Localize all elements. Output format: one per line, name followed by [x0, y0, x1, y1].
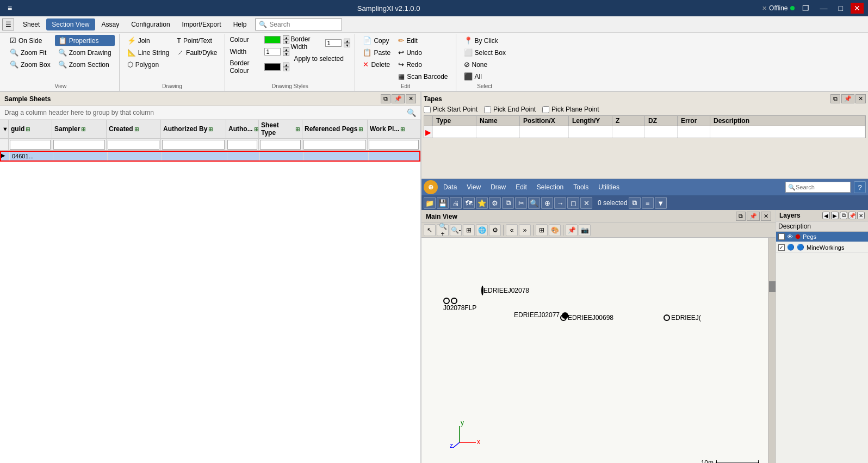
- expand-icon[interactable]: ▶: [1, 152, 5, 158]
- plan-search-box[interactable]: 🔍: [785, 182, 851, 193]
- mv-settings-button[interactable]: ⚙: [489, 224, 501, 236]
- menu-configuration[interactable]: Configuration: [126, 18, 175, 30]
- border-colour-up[interactable]: ▲: [283, 63, 289, 67]
- layers-pin-button[interactable]: 📌: [848, 212, 856, 219]
- pick-start-point-label[interactable]: Pick Start Point: [424, 106, 478, 113]
- all-button[interactable]: ⬛ All: [461, 71, 509, 82]
- pick-end-point-label[interactable]: Pick End Point: [484, 106, 536, 113]
- mv-prev-button[interactable]: «: [506, 224, 518, 236]
- by-click-button[interactable]: 📍 By Click: [461, 35, 509, 46]
- filter-sampler-input[interactable]: [53, 140, 105, 150]
- menu-section-view[interactable]: Section View: [46, 18, 95, 30]
- filter-work-pl[interactable]: [368, 139, 420, 150]
- col-header-autho[interactable]: Autho... ⊞: [226, 120, 259, 138]
- width-down[interactable]: ▼: [283, 52, 289, 56]
- layer-row-mineworkings[interactable]: 🔵 🔵 MineWorkings: [776, 242, 868, 253]
- plan-menu-data[interactable]: Data: [439, 182, 461, 192]
- pick-start-point-checkbox[interactable]: [424, 106, 431, 113]
- scrollbar-right[interactable]: [768, 238, 776, 463]
- menu-sheet[interactable]: Sheet: [17, 18, 45, 30]
- zoom-section-button[interactable]: 🔍 Zoom Section: [55, 59, 115, 70]
- border-width-down[interactable]: ▼: [344, 43, 350, 47]
- col-header-referenced-pegs[interactable]: Referenced Pegs ⊞: [302, 120, 368, 138]
- tapes-close-button[interactable]: ✕: [855, 94, 866, 103]
- plan-settings-button[interactable]: ⚙: [489, 197, 501, 209]
- line-string-button[interactable]: 📐 Line String: [124, 47, 172, 58]
- plan-print-button[interactable]: 🖨: [450, 197, 462, 209]
- plan-help-button[interactable]: ?: [854, 181, 866, 193]
- mv-globe-button[interactable]: 🌐: [476, 224, 488, 236]
- panel-float-button[interactable]: ⧉: [381, 94, 390, 103]
- plan-menu-edit[interactable]: Edit: [511, 182, 531, 192]
- edit-button[interactable]: ✏ Edit: [395, 35, 451, 46]
- plan-copy-button[interactable]: ⧉: [629, 197, 641, 209]
- layer-pegs-checkbox[interactable]: [778, 233, 785, 240]
- mv-next-button[interactable]: »: [519, 224, 531, 236]
- menu-search-input[interactable]: [269, 21, 338, 28]
- plan-dropdown-button[interactable]: ▼: [655, 197, 667, 209]
- plan-pointer-button[interactable]: 🔍: [528, 197, 540, 209]
- scan-barcode-button[interactable]: ▦ Scan Barcode: [395, 71, 451, 82]
- tapes-data-row[interactable]: ▶: [424, 126, 866, 138]
- restore-button[interactable]: ❐: [799, 3, 813, 14]
- menu-import-export[interactable]: Import/Export: [177, 18, 227, 30]
- plan-cursor-button[interactable]: ✂: [515, 197, 527, 209]
- pick-plane-point-checkbox[interactable]: [542, 106, 549, 113]
- filter-sheet-type[interactable]: [259, 139, 302, 150]
- colour-down[interactable]: ▼: [283, 40, 289, 44]
- filter-work-pl-input[interactable]: [369, 140, 419, 150]
- panel-pin-button[interactable]: 📌: [392, 94, 405, 103]
- plan-select-button[interactable]: ◻: [567, 197, 579, 209]
- filter-sampler[interactable]: [52, 139, 107, 150]
- filter-guid[interactable]: [9, 139, 52, 150]
- plan-map-button[interactable]: 🗺: [463, 197, 475, 209]
- close-button[interactable]: ✕: [851, 3, 864, 14]
- col-header-sheet-type[interactable]: Sheet Type ⊞: [259, 120, 302, 138]
- border-colour-down[interactable]: ▼: [283, 67, 289, 71]
- plan-search-input[interactable]: [796, 184, 839, 190]
- filter-created[interactable]: [107, 139, 161, 150]
- border-width-input[interactable]: [325, 39, 342, 47]
- delete-button[interactable]: ✕ Delete: [359, 59, 394, 70]
- col-header-guid[interactable]: guid ⊞: [9, 120, 52, 138]
- minimize-button[interactable]: —: [817, 3, 831, 14]
- plan-menu-selection[interactable]: Selection: [532, 182, 568, 192]
- filter-authorized-by[interactable]: [161, 139, 226, 150]
- col-header-work-pl[interactable]: Work Pl... ⊞: [368, 120, 420, 138]
- plan-save-button[interactable]: 💾: [437, 197, 449, 209]
- col-header-created[interactable]: Created ⊞: [107, 120, 161, 138]
- layer-row-pegs[interactable]: 👁 Pegs: [776, 232, 868, 242]
- colour-swatch[interactable]: [264, 36, 281, 44]
- plan-cross-button[interactable]: ✕: [580, 197, 592, 209]
- filter-toggle-col[interactable]: ▼: [0, 120, 9, 138]
- mv-zoom-out-button[interactable]: 🔍-: [450, 224, 462, 236]
- layers-float-button[interactable]: ⧉: [840, 212, 847, 219]
- plan-target-button[interactable]: ⊕: [541, 197, 553, 209]
- plan-menu-tools[interactable]: Tools: [569, 182, 593, 192]
- pick-end-point-checkbox[interactable]: [484, 106, 491, 113]
- filter-guid-input[interactable]: [10, 140, 51, 150]
- point-text-button[interactable]: T Point/Text: [173, 35, 220, 46]
- join-button[interactable]: ⚡ Join: [124, 35, 172, 46]
- paste-button[interactable]: 📋 Paste: [359, 47, 394, 58]
- menu-assay[interactable]: Assay: [96, 18, 125, 30]
- mv-camera-button[interactable]: 📷: [579, 224, 591, 236]
- zoom-box-button[interactable]: 🔍 Zoom Box: [7, 59, 54, 70]
- none-button[interactable]: ⊘ None: [461, 59, 509, 70]
- polygon-button[interactable]: ⬡ Polygon: [124, 59, 172, 70]
- plan-open-button[interactable]: 📁: [424, 197, 436, 209]
- on-side-button[interactable]: ☑ On Side: [7, 35, 54, 46]
- apply-to-selected-button[interactable]: Apply to selected: [290, 53, 350, 64]
- filter-created-input[interactable]: [108, 140, 159, 150]
- app-menu-button[interactable]: ≡: [4, 3, 15, 14]
- filter-referenced-pegs[interactable]: [302, 139, 368, 150]
- filter-referenced-pegs-input[interactable]: [303, 140, 366, 150]
- app-icon-button[interactable]: ☰: [2, 18, 14, 30]
- zoom-fit-button[interactable]: 🔍 Zoom Fit: [7, 47, 54, 58]
- tapes-float-button[interactable]: ⧉: [830, 94, 840, 103]
- zoom-drawing-button[interactable]: 🔍 Zoom Drawing: [55, 47, 115, 58]
- mv-color-button[interactable]: 🎨: [549, 224, 561, 236]
- layers-prev-button[interactable]: ◀: [822, 212, 830, 219]
- main-view-close-btn[interactable]: ✕: [761, 212, 771, 221]
- tapes-pin-button[interactable]: 📌: [841, 94, 854, 103]
